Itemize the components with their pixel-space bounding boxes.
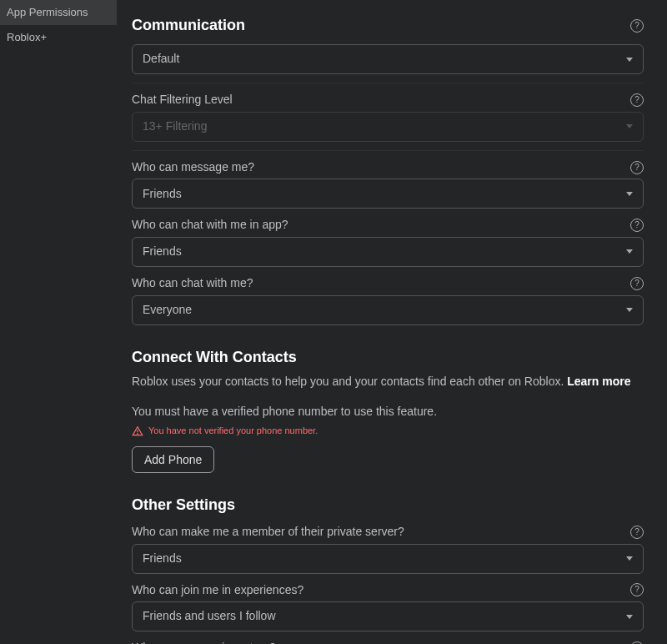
sidebar-item-label: App Permissions: [7, 5, 88, 20]
main-content: Communication Default Chat Filtering Lev…: [117, 0, 667, 644]
chevron-down-icon: [626, 58, 633, 62]
chevron-down-icon: [626, 192, 633, 196]
select-value: 13+ Filtering: [143, 118, 207, 135]
section-title-connect: Connect With Contacts: [132, 347, 644, 368]
section-other-settings: Other Settings Who can make me a member …: [132, 495, 644, 644]
select-value: Everyone: [143, 302, 192, 319]
warning-icon: [132, 425, 143, 437]
label-who-chat: Who can chat with me?: [132, 275, 253, 292]
sidebar-item-roblox-plus[interactable]: Roblox+: [0, 25, 117, 50]
sidebar-item-app-permissions[interactable]: App Permissions: [0, 0, 117, 25]
section-connect-contacts: Connect With Contacts Roblox uses your c…: [132, 347, 644, 473]
label-chat-filtering: Chat Filtering Level: [132, 92, 233, 108]
select-who-message[interactable]: Friends: [132, 179, 644, 209]
svg-point-1: [138, 434, 138, 435]
section-title-other: Other Settings: [132, 495, 644, 516]
select-who-chat[interactable]: Everyone: [132, 295, 644, 325]
connect-desc-text: Roblox uses your contacts to help you an…: [132, 375, 567, 388]
select-value: Default: [143, 51, 179, 68]
sidebar-item-label: Roblox+: [7, 30, 47, 45]
chevron-down-icon: [626, 249, 633, 254]
label-who-message: Who can message me?: [132, 159, 254, 176]
chevron-down-icon: [626, 308, 633, 312]
select-communication-default[interactable]: Default: [132, 44, 644, 74]
warning-text: You have not verified your phone number.: [148, 425, 318, 437]
select-value: Friends and users I follow: [143, 608, 276, 625]
chevron-down-icon: [626, 556, 633, 561]
section-title-communication: Communication: [132, 15, 245, 36]
help-icon[interactable]: [630, 93, 644, 107]
help-icon[interactable]: [630, 583, 644, 596]
connect-requirement: You must have a verified phone number to…: [132, 404, 644, 420]
label-see-inventory: Who can see my inventory?: [132, 640, 276, 644]
select-chat-filtering: 13+ Filtering: [132, 112, 644, 142]
warning-row: You have not verified your phone number.: [132, 425, 644, 437]
add-phone-button[interactable]: Add Phone: [132, 446, 214, 473]
label-join-experiences: Who can join me in experiences?: [132, 582, 303, 599]
help-icon[interactable]: [630, 277, 644, 290]
select-value: Friends: [143, 244, 182, 260]
connect-description: Roblox uses your contacts to help you an…: [132, 373, 644, 390]
learn-more-link[interactable]: Learn more: [567, 375, 630, 388]
select-join-experiences[interactable]: Friends and users I follow: [132, 601, 644, 631]
select-value: Friends: [143, 186, 182, 203]
section-communication: Communication Default Chat Filtering Lev…: [132, 15, 644, 325]
label-private-server: Who can make me a member of their privat…: [132, 524, 404, 541]
select-who-chat-app[interactable]: Friends: [132, 237, 644, 267]
help-icon[interactable]: [630, 219, 644, 232]
chevron-down-icon: [626, 124, 633, 128]
help-icon[interactable]: [630, 526, 644, 539]
label-who-chat-app: Who can chat with me in app?: [132, 217, 288, 234]
select-value: Friends: [143, 551, 182, 567]
select-private-server[interactable]: Friends: [132, 544, 644, 574]
chevron-down-icon: [626, 615, 633, 619]
help-icon[interactable]: [630, 19, 644, 33]
sidebar: App Permissions Roblox+: [0, 0, 117, 644]
help-icon[interactable]: [630, 161, 644, 174]
